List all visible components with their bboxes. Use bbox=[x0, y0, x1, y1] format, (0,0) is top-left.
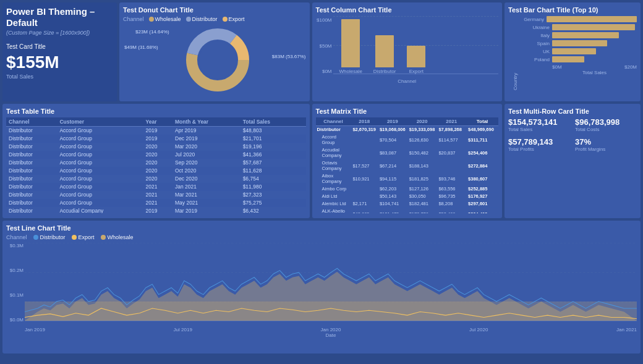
table-cell: Distributor bbox=[6, 175, 57, 183]
table-cell: Dec 2019 bbox=[172, 135, 241, 143]
table-cell: 2020 bbox=[143, 159, 172, 167]
bar-wholesale-fill bbox=[341, 19, 360, 67]
legend-distributor: Distributor bbox=[186, 16, 218, 22]
matrix-header-row: Channel 2018 2019 2020 2021 Total bbox=[316, 117, 499, 126]
matrix-col-2018: 2018 bbox=[351, 117, 378, 126]
matrix-scroll[interactable]: Channel 2018 2019 2020 2021 Total Distri… bbox=[316, 117, 499, 213]
matrix-row: Accord Group$70,504$126,630$114,577$311,… bbox=[316, 133, 499, 146]
matrix-header: Channel 2018 2019 2020 2021 Total bbox=[316, 117, 499, 126]
table-row: DistributorAccord Group2021Jan 2021$11,9… bbox=[6, 183, 306, 191]
table-cell: 2019 bbox=[143, 135, 172, 143]
table-title: Test Table Title bbox=[6, 108, 306, 115]
table-cell: $11,628 bbox=[241, 167, 306, 175]
bar-italy-fill bbox=[552, 32, 619, 38]
matrix-cell: $114,577 bbox=[436, 133, 466, 146]
metric-total-profits: $57,789,143 Total Profits bbox=[508, 137, 570, 152]
matrix-cell: Accord Group bbox=[316, 133, 351, 146]
multirow-title: Test Multi-Row Card Title bbox=[508, 108, 637, 115]
table-row: DistributorAccord Group2020Oct 2020$11,6… bbox=[6, 167, 306, 175]
matrix-cell: $297,601 bbox=[466, 200, 498, 208]
table-cell: Distributor bbox=[6, 127, 57, 135]
export-legend-text: Export bbox=[79, 234, 95, 240]
matrix-cell: $8,208 bbox=[436, 200, 466, 208]
wholesale-pct-label: $83M (53.67%) bbox=[272, 54, 306, 59]
table-body: DistributorAccord Group2019Apr 2019$48,8… bbox=[6, 127, 306, 214]
bar-uk-fill bbox=[552, 48, 596, 54]
country-spain: Spain bbox=[522, 41, 550, 46]
legend-wholesale: Wholesale bbox=[149, 16, 181, 22]
matrix-cell: $252,885 bbox=[466, 185, 498, 193]
matrix-cell: $10,921 bbox=[351, 172, 378, 185]
table-cell: Distributor bbox=[6, 191, 57, 199]
matrix-cell: Aldi Ltd bbox=[316, 193, 351, 200]
table-cell: Apr 2019 bbox=[172, 127, 241, 135]
matrix-row: Aibox Company$10,921$94,115$181,825$93,7… bbox=[316, 172, 499, 185]
metric-pair-2: $57,789,143 Total Profits 37% Profit Mar… bbox=[508, 137, 637, 152]
matrix-table: Channel 2018 2019 2020 2021 Total Distri… bbox=[316, 117, 499, 213]
x-tick-20: $20M bbox=[624, 64, 637, 70]
line-x-axis-label: Date bbox=[25, 332, 637, 338]
matrix-row: Accudial Company$83,087$150,482$20,837$2… bbox=[316, 146, 499, 159]
matrix-row: Aimbo Corp$62,203$127,126$63,556$252,885 bbox=[316, 185, 499, 193]
table-cell: 2019 bbox=[143, 127, 172, 135]
table-cell: Accudial Company bbox=[57, 207, 143, 214]
bar-distributor: Distributor bbox=[373, 35, 396, 74]
card-value: $155M bbox=[6, 53, 113, 72]
table-cell: $6,754 bbox=[241, 175, 306, 183]
table-cell: $75,275 bbox=[241, 199, 306, 207]
matrix-cell bbox=[351, 133, 378, 146]
distributor-label: Distributor bbox=[192, 16, 218, 22]
donut-chart: $49M (31.68%) $83M (53.67%) $23M (14.64%… bbox=[123, 26, 306, 94]
distributor-legend-text: Distributor bbox=[40, 234, 66, 240]
y-tick-2: $50M bbox=[319, 43, 331, 49]
dashboard: Power BI Theming – Default (Custom Page … bbox=[0, 0, 643, 364]
bar-export-label: Export bbox=[409, 69, 424, 74]
matrix-cell: $19,068,006 bbox=[378, 126, 407, 133]
table-cell: Accord Group bbox=[57, 151, 143, 159]
table-cell: Distributor bbox=[6, 207, 57, 214]
column-bars: Wholesale Distributor Export bbox=[333, 16, 499, 74]
matrix-col-2020: 2020 bbox=[407, 117, 437, 126]
table-row: DistributorAccord Group2019Dec 2019$21,7… bbox=[6, 135, 306, 143]
table-cell: 2020 bbox=[143, 175, 172, 183]
export-pct-label: $23M (14.64%) bbox=[135, 29, 169, 35]
table-scroll[interactable]: Channel Customer Year Month & Year Total… bbox=[6, 117, 306, 213]
line-bars bbox=[25, 268, 637, 321]
line-y-tick-03: $0.3M bbox=[10, 243, 23, 248]
donut-legend: Channel Wholesale Distributor Export bbox=[123, 16, 306, 22]
metric-profit-margins-label: Profit Margins bbox=[575, 146, 637, 152]
table-cell: Jan 2021 bbox=[172, 183, 241, 191]
bar-spain: Spain bbox=[522, 40, 637, 46]
country-uk: UK bbox=[522, 49, 550, 54]
legend-distributor: Distributor bbox=[33, 234, 66, 240]
bar-poland-fill bbox=[552, 56, 584, 62]
bar-export: Export bbox=[407, 46, 425, 74]
bar-y-label: Country bbox=[508, 16, 522, 90]
bar-distributor-label: Distributor bbox=[373, 69, 396, 74]
multirow-panel: Test Multi-Row Card Title $154,573,141 T… bbox=[505, 104, 641, 218]
distributor-pct-label: $49M (31.68%) bbox=[124, 44, 158, 50]
matrix-title: Test Matrix Title bbox=[316, 108, 499, 115]
data-table: Channel Customer Year Month & Year Total… bbox=[6, 117, 306, 213]
table-row: DistributorAccord Group2021Mar 2021$27,3… bbox=[6, 191, 306, 199]
matrix-cell: $63,556 bbox=[436, 185, 466, 193]
bar-poland: Poland bbox=[522, 56, 637, 62]
bar-spain-fill bbox=[552, 40, 607, 46]
table-cell: 2019 bbox=[143, 207, 172, 214]
header-row: Channel Customer Year Month & Year Total… bbox=[6, 117, 306, 127]
matrix-cell: $48,969,690 bbox=[466, 126, 498, 133]
line-chart-area: Jan 2019 Jul 2019 Jan 2020 Jul 2020 Jan … bbox=[25, 243, 637, 332]
column-title: Test Column Chart Title bbox=[316, 6, 499, 14]
table-cell: $21,701 bbox=[241, 135, 306, 143]
line-chart-wrapper: $0.3M $0.2M $0.1M $0.0M bbox=[6, 243, 637, 332]
matrix-row: Aldi Ltd$50,143$30,050$96,735$176,927 bbox=[316, 193, 499, 200]
x-label-jan2021: Jan 2021 bbox=[616, 327, 637, 332]
wholesale-label: Wholesale bbox=[155, 16, 181, 22]
country-poland: Poland bbox=[522, 57, 550, 62]
matrix-cell: $62,203 bbox=[378, 185, 407, 193]
table-cell: Distributor bbox=[6, 199, 57, 207]
table-cell: $57,687 bbox=[241, 159, 306, 167]
matrix-cell: $67,214 bbox=[378, 159, 407, 172]
x-label-jul2020: Jul 2020 bbox=[469, 327, 488, 332]
wholesale-line-dot bbox=[101, 235, 106, 240]
